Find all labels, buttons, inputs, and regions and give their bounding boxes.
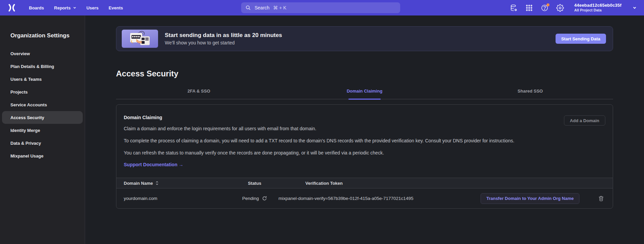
sidebar-item-mixpanel-usage[interactable]: Mixpanel Usage bbox=[2, 149, 83, 162]
nav-item-label: Users bbox=[86, 5, 99, 10]
org-id-label: 44eebad12c65eb0c35f bbox=[574, 3, 621, 8]
notification-dot bbox=[546, 3, 550, 6]
column-header-status: Status bbox=[231, 181, 278, 186]
panel-paragraph: You can refresh the status to manually v… bbox=[124, 149, 598, 156]
chevron-down-icon bbox=[73, 6, 76, 9]
tab-bar: 2FA & SSO Domain Claiming Shared SSO bbox=[116, 89, 613, 99]
sidebar-item-service-accounts[interactable]: Service Accounts bbox=[2, 98, 83, 111]
add-domain-button[interactable]: Add a Domain bbox=[564, 115, 605, 126]
nav-item-label: Reports bbox=[54, 5, 71, 10]
status-badge: Pending bbox=[242, 196, 259, 201]
refresh-status-icon[interactable] bbox=[262, 196, 267, 201]
project-name-label: All Project Data bbox=[574, 8, 621, 13]
mixpanel-app: Boards Reports Users Events Search ⌘ + K bbox=[0, 0, 644, 244]
search-input[interactable]: Search ⌘ + K bbox=[241, 2, 400, 13]
chevron-down-icon[interactable] bbox=[633, 6, 637, 10]
mixpanel-logo-icon[interactable] bbox=[7, 3, 16, 12]
sidebar-item-projects[interactable]: Projects bbox=[2, 85, 83, 98]
search-icon bbox=[245, 5, 251, 10]
org-settings-sidebar: Organization Settings Overview Plan Deta… bbox=[0, 15, 85, 244]
sidebar-item-users-teams[interactable]: Users & Teams bbox=[2, 73, 83, 85]
verification-token-cell: mixpanel-domain-verify=567b39be-012f-415… bbox=[278, 196, 467, 201]
nav-right-cluster: 44eebad12c65eb0c35f All Project Data bbox=[510, 3, 637, 13]
status-cell: Pending bbox=[231, 196, 278, 201]
help-icon[interactable] bbox=[541, 4, 548, 12]
sidebar-item-identity-merge[interactable]: Identity Merge bbox=[2, 124, 83, 137]
nav-item-label: Boards bbox=[29, 5, 44, 10]
sidebar-item-data-privacy[interactable]: Data & Privacy bbox=[2, 137, 83, 149]
sidebar-item-access-security[interactable]: Access Security bbox=[2, 111, 83, 124]
search-placeholder: Search bbox=[255, 5, 269, 10]
onboarding-banner: Start sending data in as little as 20 mi… bbox=[116, 26, 613, 51]
banner-title: Start sending data in as little as 20 mi… bbox=[165, 32, 282, 39]
panel-heading: Domain Claiming bbox=[116, 105, 613, 120]
panel-paragraph: Claim a domain and enforce the login req… bbox=[124, 125, 598, 132]
column-header-domain-name[interactable]: Domain Name bbox=[116, 181, 231, 186]
domain-claiming-panel: Domain Claiming Claim a domain and enfor… bbox=[116, 104, 613, 209]
search-shortcut: ⌘ + K bbox=[273, 5, 286, 10]
nav-item-events[interactable]: Events bbox=[109, 5, 123, 10]
devices-illustration bbox=[122, 30, 158, 48]
sidebar-item-plan-details-billing[interactable]: Plan Details & Billing bbox=[2, 60, 83, 73]
banner-text: Start sending data in as little as 20 mi… bbox=[165, 32, 282, 45]
banner-subtitle: We'll show you how to get started bbox=[165, 40, 282, 45]
nav-item-reports[interactable]: Reports bbox=[54, 5, 76, 10]
domains-table: Domain Name Status Verification Token yo… bbox=[116, 178, 613, 208]
tab-shared-sso[interactable]: Shared SSO bbox=[447, 89, 613, 99]
delete-domain-icon[interactable] bbox=[598, 196, 604, 202]
sidebar-item-overview[interactable]: Overview bbox=[2, 47, 83, 60]
support-documentation-link[interactable]: Support Documentation → bbox=[124, 162, 183, 167]
table-row: yourdomain.com Pending mixpanel-domain-v… bbox=[116, 188, 613, 208]
transfer-domain-button[interactable]: Transfer Domain to Your Admin Org Name bbox=[481, 193, 579, 204]
start-sending-data-button[interactable]: Start Sending Data bbox=[556, 34, 606, 44]
nav-item-users[interactable]: Users bbox=[86, 5, 99, 10]
sort-icon bbox=[155, 181, 159, 185]
sidebar-nav: Overview Plan Details & Billing Users & … bbox=[2, 47, 83, 162]
main-content: Start sending data in as little as 20 mi… bbox=[85, 15, 644, 244]
panel-paragraph: To complete the process of claiming a do… bbox=[124, 137, 598, 144]
account-switcher[interactable]: 44eebad12c65eb0c35f All Project Data bbox=[574, 3, 621, 13]
column-header-verification-token: Verification Token bbox=[278, 181, 467, 186]
page-title: Access Security bbox=[116, 69, 613, 78]
sidebar-title: Organization Settings bbox=[10, 32, 83, 39]
apps-grid-icon[interactable] bbox=[525, 4, 533, 12]
table-header-row: Domain Name Status Verification Token bbox=[116, 178, 613, 188]
domain-name-cell: yourdomain.com bbox=[116, 196, 231, 201]
tab-2fa-sso[interactable]: 2FA & SSO bbox=[116, 89, 282, 99]
settings-gear-icon[interactable] bbox=[556, 4, 564, 12]
nav-item-boards[interactable]: Boards bbox=[29, 5, 44, 10]
top-nav: Boards Reports Users Events Search ⌘ + K bbox=[0, 0, 644, 15]
row-actions: Transfer Domain to Your Admin Org Name bbox=[467, 193, 613, 204]
nav-item-label: Events bbox=[109, 5, 123, 10]
data-management-icon[interactable] bbox=[510, 4, 518, 12]
tab-domain-claiming[interactable]: Domain Claiming bbox=[282, 89, 448, 99]
